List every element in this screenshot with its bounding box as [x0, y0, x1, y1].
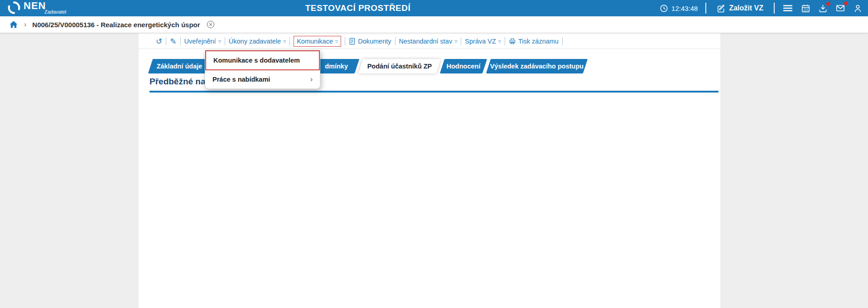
menu-nestandardni-stav[interactable]: Nestandardní stav ▽: [399, 38, 458, 45]
mail-icon[interactable]: [835, 3, 845, 13]
submenu-chevron-icon: ›: [310, 75, 313, 83]
home-icon[interactable]: [9, 20, 18, 29]
printer-icon: [509, 38, 516, 45]
komunikace-dropdown: Komunikace s dodavatelem Práce s nabídka…: [205, 50, 320, 89]
chevron-down-icon: ▽: [454, 40, 457, 44]
environment-title: TESTOVACÍ PROSTŘEDÍ: [267, 0, 448, 16]
edit-icon: [717, 4, 725, 13]
menubar-separator: [180, 37, 181, 45]
menubar-divider: [139, 49, 720, 49]
menubar-separator: [461, 37, 461, 45]
calendar-icon[interactable]: [801, 4, 810, 13]
menubar-separator: [395, 37, 395, 45]
create-vz-label: Založit VZ: [729, 4, 763, 12]
history-refresh-icon[interactable]: ↺: [156, 38, 162, 45]
chevron-down-icon: ▽: [335, 40, 338, 44]
topbar-actions: 12:43:48 Založit VZ: [660, 0, 863, 16]
user-icon[interactable]: [853, 4, 863, 13]
tab-hodnoceni[interactable]: Hodnocení: [440, 59, 487, 73]
tab-podani-ucastniku[interactable]: Podání účastníků ZP: [358, 59, 441, 73]
tab-vysledek[interactable]: Výsledek zadávacího postupu: [486, 59, 588, 73]
chevron-down-icon: ▽: [498, 40, 501, 44]
heading-underline: [149, 91, 719, 93]
topbar-separator: [705, 3, 706, 14]
menu-item-komunikace-s-dodavatelem[interactable]: Komunikace s dodavatelem: [205, 50, 320, 70]
menubar-separator: [225, 37, 225, 45]
breadcrumb: › N006/25/V00005136 - Realizace energeti…: [0, 16, 868, 33]
inbox-download-icon[interactable]: [818, 4, 828, 13]
nen-app: NEN Zadavatel TESTOVACÍ PROSTŘEDÍ 12:43:…: [0, 0, 868, 308]
menu-komunikace[interactable]: Komunikace ▽: [294, 36, 341, 47]
menubar-separator: [166, 37, 166, 45]
record-menubar: ↺ ✎ Uveřejnění ▽ Úkony zadavatele ▽ Komu…: [156, 35, 564, 47]
notification-badge: [844, 1, 848, 5]
breadcrumb-chevron-icon: ›: [24, 20, 26, 29]
menubar-separator: [562, 37, 563, 45]
document-icon: [349, 38, 356, 45]
nen-logo-icon: [7, 1, 21, 15]
brand-role-label: Zadavatel: [44, 9, 66, 15]
create-vz-button[interactable]: Založit VZ: [714, 4, 766, 13]
pencil-icon[interactable]: ✎: [170, 38, 176, 45]
menu-ukony-zadavatele[interactable]: Úkony zadavatele ▽: [229, 38, 286, 45]
menubar-separator: [505, 37, 505, 45]
topbar-separator: [774, 3, 775, 14]
clock-icon: [660, 4, 668, 13]
tab-zakladni-udaje[interactable]: Základní údaje: [148, 59, 211, 73]
top-bar: NEN Zadavatel TESTOVACÍ PROSTŘEDÍ 12:43:…: [0, 0, 868, 16]
menu-tisk-zaznamu[interactable]: Tisk záznamu: [509, 38, 559, 45]
server-time: 12:43:48: [660, 4, 698, 13]
menu-dokumenty[interactable]: Dokumenty: [349, 38, 391, 45]
chevron-down-icon: ▽: [218, 40, 221, 44]
breadcrumb-item[interactable]: N006/25/V00005136 - Realizace energetick…: [32, 21, 200, 29]
page-title: Předběžné na: [149, 77, 206, 87]
menubar-separator: [289, 37, 290, 45]
nen-logo[interactable]: NEN Zadavatel: [7, 1, 66, 15]
server-time-value: 12:43:48: [671, 5, 698, 12]
notification-badge: [826, 2, 830, 6]
menu-uverejneni[interactable]: Uveřejnění ▽: [184, 38, 221, 45]
menubar-separator: [345, 37, 345, 45]
chevron-down-icon: ▽: [283, 40, 286, 44]
menu-hamburger-icon[interactable]: [782, 4, 793, 13]
close-tab-icon[interactable]: [206, 20, 215, 29]
menu-item-prace-s-nabidkami[interactable]: Práce s nabídkami ›: [205, 70, 320, 88]
menu-sprava-vz[interactable]: Správa VZ ▽: [465, 38, 501, 45]
